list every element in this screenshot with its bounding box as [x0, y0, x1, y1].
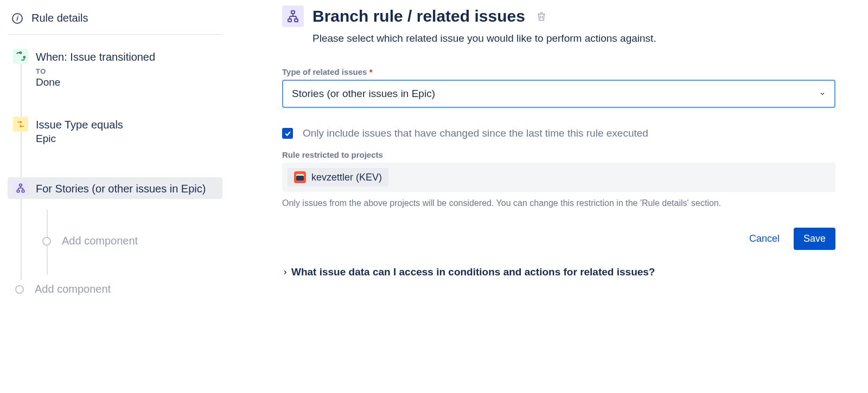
rule-node-trigger[interactable]: When: Issue transitioned TO Done: [8, 46, 222, 92]
project-chip[interactable]: kevzettler (KEV): [288, 168, 388, 186]
rule-node-condition[interactable]: Issue Type equals Epic: [8, 113, 222, 148]
condition-icon: [13, 117, 28, 132]
trigger-title: When: Issue transitioned: [36, 50, 155, 64]
add-component-inner[interactable]: Add component: [35, 231, 222, 250]
svg-point-0: [20, 52, 22, 54]
svg-rect-7: [295, 19, 298, 22]
related-type-value: Stories (or other issues in Epic): [292, 88, 435, 100]
svg-rect-6: [288, 19, 291, 22]
branch-children: Add component: [8, 231, 222, 250]
trigger-body: When: Issue transitioned TO Done: [36, 49, 155, 88]
rule-sidebar: i Rule details When: Issue transitioned: [0, 0, 222, 299]
branch-title: For Stories (or other issues in Epic): [36, 182, 206, 196]
add-component-inner-label: Add component: [62, 235, 138, 247]
rule-tree: When: Issue transitioned TO Done Issue T…: [8, 46, 222, 299]
rule-details-label: Rule details: [31, 12, 88, 24]
restricted-projects-label: Rule restricted to projects: [282, 150, 835, 159]
cancel-button[interactable]: Cancel: [739, 228, 789, 250]
condition-value: Epic: [36, 133, 123, 145]
condition-body: Issue Type equals Epic: [36, 117, 123, 145]
condition-title: Issue Type equals: [36, 118, 123, 132]
save-button[interactable]: Save: [794, 228, 835, 250]
rule-node-branch[interactable]: For Stories (or other issues in Epic): [8, 177, 222, 199]
restricted-projects-box: kevzettler (KEV): [282, 163, 835, 192]
restricted-help-text: Only issues from the above projects will…: [282, 197, 835, 209]
add-circle-icon: [42, 237, 51, 246]
trigger-to-label: TO: [36, 67, 155, 75]
project-avatar-icon: [294, 171, 306, 183]
action-buttons: Cancel Save: [282, 228, 835, 250]
add-component-root-label: Add component: [35, 283, 111, 295]
svg-rect-3: [17, 190, 20, 192]
chevron-down-icon: [819, 91, 826, 97]
add-circle-icon: [15, 285, 24, 294]
svg-point-1: [23, 56, 25, 58]
trigger-to-value: Done: [36, 76, 155, 88]
panel-header: Branch rule / related issues: [282, 5, 835, 27]
branch-body: For Stories (or other issues in Epic): [36, 181, 206, 196]
info-icon: i: [12, 13, 23, 24]
help-expander[interactable]: What issue data can I access in conditio…: [282, 266, 835, 278]
related-type-label-text: Type of related issues: [282, 67, 367, 76]
required-asterisk: *: [369, 67, 373, 76]
only-changed-label: Only include issues that have changed si…: [303, 127, 648, 139]
only-changed-checkbox-row[interactable]: Only include issues that have changed si…: [282, 127, 835, 139]
trigger-icon: [13, 49, 28, 64]
branch-header-icon: [282, 5, 304, 27]
svg-rect-5: [291, 11, 295, 14]
only-changed-checkbox[interactable]: [282, 128, 293, 139]
add-component-root[interactable]: Add component: [8, 280, 222, 299]
chevron-right-icon: [282, 269, 288, 275]
delete-rule-button[interactable]: [536, 11, 547, 22]
svg-rect-2: [20, 184, 22, 186]
related-type-select[interactable]: Stories (or other issues in Epic): [282, 80, 835, 108]
branch-rule-panel: Branch rule / related issues Please sele…: [222, 0, 868, 299]
help-expander-label: What issue data can I access in conditio…: [291, 266, 655, 278]
panel-description: Please select which related issue you wo…: [282, 33, 835, 44]
rule-details-link[interactable]: i Rule details: [8, 9, 222, 35]
related-type-label: Type of related issues *: [282, 67, 835, 76]
panel-title: Branch rule / related issues: [312, 7, 525, 25]
branch-icon: [13, 181, 28, 196]
svg-rect-4: [22, 190, 24, 192]
project-chip-label: kevzettler (KEV): [311, 172, 382, 183]
